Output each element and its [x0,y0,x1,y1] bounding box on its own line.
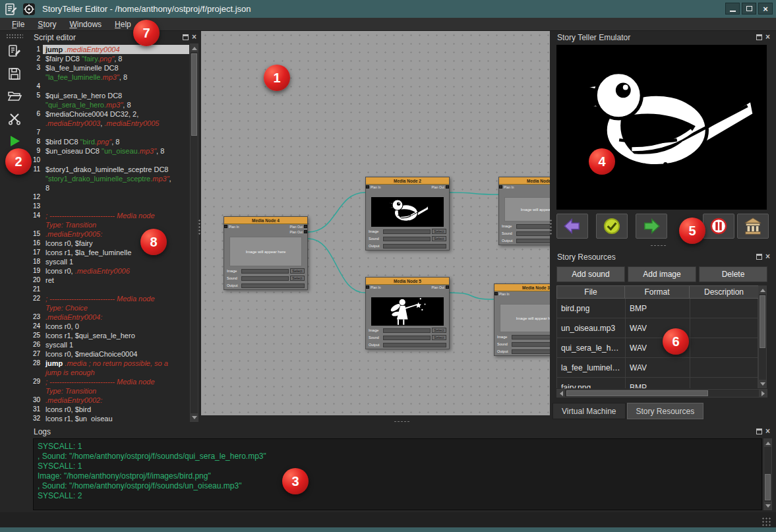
code-line[interactable]: 20ret [30,276,189,285]
select-button[interactable]: Select [290,268,305,274]
splitter-right[interactable] [550,219,552,236]
code-line[interactable]: 11$story1_drako_luminelle_sceptre DC8 [30,165,189,174]
code-line[interactable]: 32lcons r1, $un_oiseau [30,414,189,422]
media-node[interactable]: Media Node 6Plan InImage will appear her… [498,177,550,245]
code-line[interactable]: 25lcons r1, $qui_sera_le_hero [30,331,189,340]
code-line[interactable]: 13 [30,202,189,211]
splitter-emulator[interactable] [650,245,667,247]
maximize-button[interactable] [742,3,756,15]
code-line[interactable]: 26syscall 1 [30,340,189,349]
close-panel-icon[interactable]: × [192,33,196,41]
script-editor-content[interactable]: 1jump .mediaEntry00042$fairy DC8 "fairy.… [30,44,189,422]
code-line[interactable]: Type: Transition [30,386,189,396]
media-node[interactable]: Media Node 2Plan InPlan OutImageSelectSo… [365,177,450,251]
code-line[interactable]: 21 [30,285,189,294]
script-editor-scrollbar[interactable] [190,44,198,422]
code-line[interactable]: 7 [30,128,189,137]
resources-table-hscrollbar[interactable] [556,389,767,398]
tab-story-resources[interactable]: Story Resources [627,403,704,419]
code-line[interactable]: 28jump .media ; no return possible, so a [30,359,189,368]
open-project-button[interactable] [5,87,24,105]
close-panel-icon[interactable]: × [765,252,770,260]
code-line[interactable]: "la_fee_luminelle.mp3", 8 [30,73,189,82]
code-line[interactable]: jump is enough [30,368,189,377]
home-button[interactable] [737,214,769,239]
menu-file[interactable]: File [5,18,31,31]
column-header-file[interactable]: File [556,285,625,299]
code-line[interactable]: 6$mediaChoice0004 DC32, 2, [30,109,189,119]
select-button[interactable]: Select [432,335,446,340]
code-line[interactable]: 4 [30,82,189,91]
select-button[interactable]: Select [432,328,446,333]
run-button[interactable] [5,132,24,150]
float-panel-icon[interactable] [756,429,762,434]
delete-button[interactable]: Delete [699,266,767,282]
select-button[interactable]: Select [432,236,446,241]
column-header-format[interactable]: Format [625,285,690,299]
save-button[interactable] [5,65,24,83]
code-line[interactable]: 27lcons r0, $mediaChoice0004 [30,349,189,359]
close-panel-icon[interactable]: × [765,427,770,435]
output-port[interactable] [304,230,307,233]
code-line[interactable]: 19lcons r0, .mediaEntry0006 [30,266,189,276]
table-row[interactable]: la_fee_luminelle.mp3WAV [557,358,758,378]
code-line[interactable]: 12 [30,192,189,202]
close-button[interactable]: × [758,3,773,15]
media-node[interactable]: Media Node 3Plan InImage will appear her… [494,283,550,356]
splitter-bottom[interactable] [394,421,411,423]
code-line[interactable]: 1jump .mediaEntry0004 [30,45,189,54]
select-button[interactable]: Select [290,276,305,281]
menu-story[interactable]: Story [31,18,63,31]
float-panel-icon[interactable] [756,34,762,40]
back-button[interactable] [556,214,588,239]
table-row[interactable]: un_oiseau.mp3WAV [557,318,758,338]
input-port[interactable] [494,292,498,295]
forward-button[interactable] [636,214,667,239]
node-canvas[interactable]: Media Node 4Plan InPlan OutPlan OutImage… [201,31,550,415]
output-port[interactable] [446,285,449,289]
minimize-button[interactable] [725,3,740,15]
code-line[interactable]: .mediaEntry0003, .mediaEntry0005 [30,119,189,128]
toolbar-drag-handle[interactable] [6,34,23,38]
code-line[interactable]: Type: Transition [30,220,189,229]
input-port[interactable] [224,225,227,228]
code-line[interactable]: 2$fairy DC8 "fairy.png", 8 [30,54,189,63]
menu-windows[interactable]: Windows [63,18,108,31]
code-line[interactable]: 24lcons r0, 0 [30,322,189,331]
pause-button[interactable] [703,214,734,239]
code-line[interactable]: 8 [30,183,189,192]
code-line[interactable]: 10 [30,156,189,165]
code-line[interactable]: 23.mediaEntry0004: [30,312,189,322]
table-row[interactable]: fairy.pngBMP [557,378,758,388]
validate-button[interactable] [596,214,628,239]
code-line[interactable]: 9$un_oiseau DC8 "un_oiseau.mp3", 8 [30,146,189,156]
column-header-description[interactable]: Description [690,285,758,299]
splitter-left[interactable] [198,219,200,236]
code-line[interactable]: 8$bird DC8 "bird.png", 8 [30,137,189,146]
code-line[interactable]: Type: Choice [30,303,189,312]
table-row[interactable]: qui_sera_le_hero.mp3WAV [557,338,758,358]
resize-grip[interactable] [761,517,771,526]
tab-virtual-machine[interactable]: Virtual Machine [552,403,626,419]
code-line[interactable]: 3$la_fee_luminelle DC8 [30,63,189,73]
output-port[interactable] [446,185,449,189]
table-row[interactable]: bird.pngBMP [557,299,758,318]
code-line[interactable]: 14; --------------------------- Media no… [30,211,189,220]
float-panel-icon[interactable] [183,34,189,40]
float-panel-icon[interactable] [756,254,762,260]
logs-scrollbar[interactable] [763,438,772,510]
output-port[interactable] [304,225,307,228]
code-line[interactable]: "qui_sera_le_hero.mp3", 8 [30,100,189,109]
code-line[interactable]: 5$qui_sera_le_hero DC8 [30,91,189,100]
input-port[interactable] [366,185,369,189]
media-node[interactable]: Media Node 5Plan InPlan OutImageSelectSo… [365,277,450,349]
code-line[interactable]: 17lcons r1, $la_fee_luminelle [30,248,189,257]
code-line[interactable]: 30.mediaEntry0002: [30,396,189,405]
add-sound-button[interactable]: Add sound [556,266,625,282]
code-line[interactable]: 18syscall 1 [30,257,189,266]
code-line[interactable]: "story1_drako_luminelle_sceptre.mp3", [30,174,189,183]
input-port[interactable] [499,185,502,189]
new-script-button[interactable] [5,42,24,61]
select-button[interactable]: Select [432,229,446,234]
close-panel-icon[interactable]: × [765,33,770,41]
